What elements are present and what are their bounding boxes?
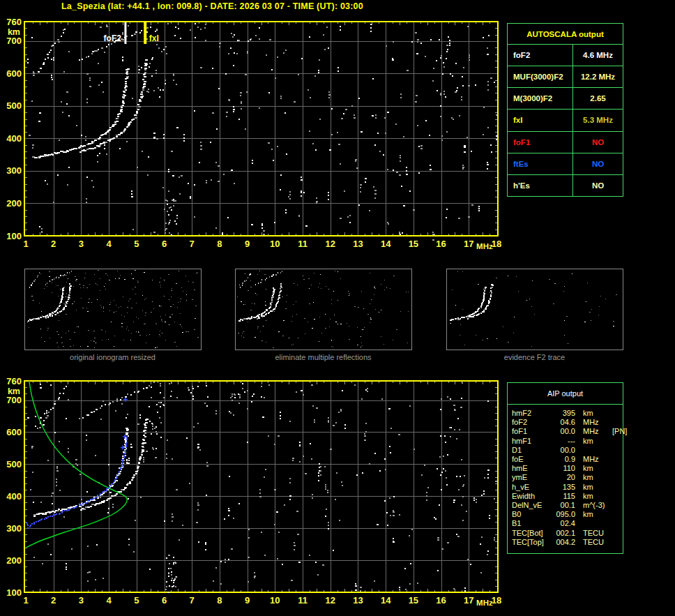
aip-param-extra: [PN] xyxy=(612,427,627,436)
aip-param-name: TEC[Bot] xyxy=(512,529,552,538)
svg-text:7: 7 xyxy=(190,239,195,249)
svg-text:700: 700 xyxy=(6,36,22,46)
panel-eliminate-reflections xyxy=(235,269,411,350)
aip-row: h_vE135km xyxy=(512,483,621,492)
aip-param-value: 02.4 xyxy=(552,519,575,528)
svg-text:17: 17 xyxy=(464,595,473,606)
svg-text:1: 1 xyxy=(23,595,28,606)
aip-param-value: 00.0 xyxy=(552,427,575,436)
aip-param-name: TEC[Top] xyxy=(512,538,552,547)
autoscala-table-title: AUTOSCALA output xyxy=(508,24,623,45)
aip-row: TEC[Top]004.2TECU xyxy=(512,538,621,547)
aip-param-extra xyxy=(612,529,621,538)
panel-caption-eliminate: eliminate multiple reflections xyxy=(235,353,411,361)
svg-text:km: km xyxy=(8,27,20,37)
svg-text:15: 15 xyxy=(409,595,418,606)
svg-text:MHz: MHz xyxy=(476,242,493,250)
aip-row: foF204.6MHz xyxy=(512,418,621,427)
aip-param-unit: km xyxy=(583,483,612,492)
aip-param-extra xyxy=(612,418,621,427)
aip-row: hmF1---km xyxy=(512,437,621,446)
svg-text:16: 16 xyxy=(436,239,446,249)
aip-table-title: AIP output xyxy=(508,383,623,405)
aip-param-unit: m^(-3) xyxy=(583,501,612,510)
aip-param-unit: MHz xyxy=(583,427,612,436)
aip-param-extra xyxy=(612,446,621,455)
svg-text:600: 600 xyxy=(6,427,22,437)
table-row: foF2 4.6 MHz xyxy=(508,45,623,66)
param-label: MUF(3000)F2 xyxy=(508,66,573,87)
param-value: NO xyxy=(573,132,623,153)
svg-text:200: 200 xyxy=(6,198,22,209)
svg-text:300: 300 xyxy=(6,523,22,534)
panel-original-ionogram xyxy=(24,269,201,350)
svg-text:760: 760 xyxy=(6,376,22,386)
aip-param-extra xyxy=(612,473,621,482)
svg-text:9: 9 xyxy=(245,595,250,606)
aip-param-name: hmF2 xyxy=(512,409,552,418)
param-value: 12.2 MHz xyxy=(573,66,623,87)
svg-text:2: 2 xyxy=(51,239,56,249)
aip-param-name: hmF1 xyxy=(512,437,552,446)
aip-param-name: hmE xyxy=(512,464,552,473)
table-row: ftEs NO xyxy=(508,153,623,175)
aip-param-name: foE xyxy=(512,455,552,464)
autoscala-output-screen: 123456789101112131415161718MHz1002003004… xyxy=(0,0,675,616)
aip-param-unit: km xyxy=(583,409,612,418)
aip-param-unit: TECU xyxy=(583,538,612,547)
aip-param-name: foF2 xyxy=(512,418,552,427)
aip-param-unit: km xyxy=(583,437,612,446)
station-header: La_Spezia (lat: +44.1 , lon: 009.8) - DA… xyxy=(61,1,363,11)
svg-text:18: 18 xyxy=(492,239,501,249)
aip-param-extra xyxy=(612,501,621,510)
aip-output-table: AIP output hmF2395kmfoF204.6MHzfoF100.0M… xyxy=(507,382,623,554)
svg-text:1: 1 xyxy=(23,239,28,249)
aip-param-name: h_vE xyxy=(512,483,552,492)
aip-param-unit: MHz xyxy=(583,455,612,464)
panel-caption-evidence: evidence F2 trace xyxy=(446,353,623,361)
aip-param-value: 135 xyxy=(552,483,575,492)
aip-param-name: ymE xyxy=(512,473,552,482)
svg-text:3: 3 xyxy=(79,239,84,249)
aip-param-extra xyxy=(612,437,621,446)
svg-text:760: 760 xyxy=(6,17,22,27)
aip-param-extra xyxy=(612,538,621,547)
foF2-marker-line xyxy=(124,22,126,44)
aip-param-value: 0.9 xyxy=(552,455,575,464)
aip-param-value: 095.0 xyxy=(552,510,575,519)
svg-text:10: 10 xyxy=(270,239,280,249)
aip-param-extra xyxy=(612,455,621,464)
svg-text:500: 500 xyxy=(6,459,22,469)
svg-text:200: 200 xyxy=(6,555,22,566)
svg-text:700: 700 xyxy=(6,395,22,405)
aip-param-value: 110 xyxy=(552,464,575,473)
aip-param-name: B0 xyxy=(512,510,552,519)
panel-evidence-f2-trace xyxy=(446,269,623,350)
svg-text:3: 3 xyxy=(79,595,84,606)
param-label: foF2 xyxy=(508,45,573,66)
aip-row: B0095.0km xyxy=(512,510,621,519)
aip-row: Ewidth115km xyxy=(512,492,621,501)
svg-text:12: 12 xyxy=(326,595,335,606)
aip-param-name: foF1 xyxy=(512,427,552,436)
aip-param-value: 395 xyxy=(552,409,575,418)
aip-param-name: DelN_vE xyxy=(512,501,552,510)
aip-param-value: 00.0 xyxy=(552,446,575,455)
aip-param-extra xyxy=(612,519,621,528)
svg-text:7: 7 xyxy=(190,595,195,606)
aip-param-unit xyxy=(583,519,612,528)
fxI-marker-line xyxy=(144,22,146,44)
svg-text:100: 100 xyxy=(6,587,22,598)
svg-text:5: 5 xyxy=(134,239,139,249)
aip-param-name: D1 xyxy=(512,446,552,455)
aip-param-value: 04.6 xyxy=(552,418,575,427)
aip-row: DelN_vE00.1m^(-3) xyxy=(512,501,621,510)
aip-param-unit: km xyxy=(583,464,612,473)
svg-text:11: 11 xyxy=(298,595,308,606)
svg-text:14: 14 xyxy=(381,595,391,606)
top-ionogram-plot: 123456789101112131415161718MHz1002003004… xyxy=(6,17,501,251)
aip-param-name: B1 xyxy=(512,519,552,528)
table-row: foF1 NO xyxy=(508,132,623,153)
aip-row: D100.0 xyxy=(512,446,621,455)
aip-row: TEC[Bot]002.1TECU xyxy=(512,529,621,538)
